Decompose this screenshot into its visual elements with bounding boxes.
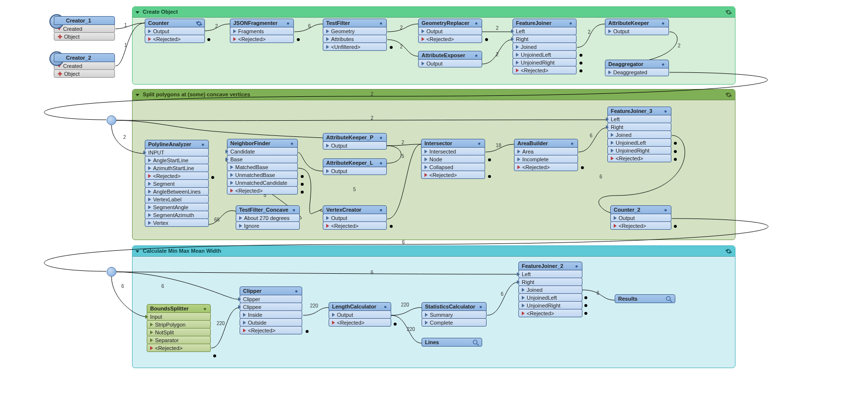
- input-port-clipper[interactable]: Clipper: [240, 295, 302, 303]
- transformer-attributekeeper-l[interactable]: AttributeKeeper_L Output: [323, 158, 387, 175]
- transformer-attributekeeper[interactable]: AttributeKeeper Output: [605, 19, 669, 35]
- gear-icon[interactable]: [378, 20, 384, 27]
- gear-icon[interactable]: [567, 20, 574, 27]
- transformer-counter-2[interactable]: Counter_2 Output <Rejected>: [610, 205, 671, 230]
- output-port[interactable]: UnjoinedRight: [607, 146, 671, 154]
- gear-icon[interactable]: [378, 134, 384, 141]
- output-port[interactable]: Intersected: [421, 147, 485, 155]
- output-port[interactable]: Fragments: [230, 27, 294, 35]
- gear-icon[interactable]: [378, 160, 384, 167]
- output-port[interactable]: Output: [610, 214, 671, 222]
- output-port[interactable]: VertexLabel: [145, 195, 209, 203]
- gear-icon[interactable]: [725, 248, 732, 255]
- transformer-deaggregator[interactable]: Deaggregator Deaggregated: [605, 60, 669, 76]
- gear-icon[interactable]: [473, 20, 480, 27]
- transformer-polylineanalyzer[interactable]: PolylineAnalyzer INPUT AngleStartLine Az…: [145, 140, 209, 227]
- node-title[interactable]: VertexCreator: [323, 205, 387, 214]
- output-port[interactable]: Output: [418, 59, 482, 67]
- gear-icon[interactable]: [290, 207, 297, 214]
- input-port-candidate[interactable]: Candidate: [227, 147, 298, 155]
- output-port[interactable]: MatchedBase: [227, 163, 298, 171]
- gear-icon[interactable]: [476, 140, 483, 147]
- output-port[interactable]: UnmatchedBase: [227, 171, 298, 179]
- transformer-attributekeeper-p[interactable]: AttributeKeeper_P Output: [323, 133, 387, 150]
- node-title[interactable]: Counter_2: [610, 205, 671, 214]
- inspector-lines[interactable]: Lines: [422, 338, 482, 347]
- gear-icon[interactable]: [662, 207, 669, 214]
- output-port[interactable]: AzimuthStartLine: [145, 164, 209, 172]
- junction[interactable]: [107, 267, 116, 277]
- gear-icon[interactable]: [196, 20, 202, 27]
- transformer-intersector[interactable]: Intersector Intersected Node Collapsed <…: [421, 139, 485, 179]
- node-title[interactable]: Deaggregator: [605, 60, 669, 68]
- gear-icon[interactable]: [662, 108, 669, 115]
- transformer-vertexcreator[interactable]: VertexCreator Output <Rejected>: [323, 205, 387, 230]
- output-port[interactable]: UnjoinedRight: [512, 58, 577, 66]
- output-port[interactable]: About 270 degrees: [236, 214, 300, 222]
- gear-icon[interactable]: [660, 61, 667, 68]
- output-port[interactable]: Output: [418, 27, 482, 35]
- node-title[interactable]: LengthCalculator: [329, 302, 391, 311]
- output-port[interactable]: AngleStartLine: [145, 156, 209, 164]
- output-port-inside[interactable]: Inside: [240, 310, 302, 319]
- input-port-left[interactable]: Left: [518, 270, 582, 278]
- node-title[interactable]: AttributeKeeper: [605, 19, 669, 27]
- output-port-rejected[interactable]: <Rejected>: [145, 35, 205, 43]
- input-port-right[interactable]: Right: [512, 35, 577, 43]
- gear-icon[interactable]: [285, 20, 291, 27]
- output-port[interactable]: UnjoinedLeft: [512, 50, 577, 59]
- output-port-rejected[interactable]: <Rejected>: [610, 221, 671, 230]
- gear-icon[interactable]: [660, 20, 667, 27]
- transformer-lengthcalculator[interactable]: LengthCalculator Output <Rejected>: [329, 302, 391, 327]
- output-port-rejected[interactable]: <Rejected>: [421, 171, 485, 179]
- input-port[interactable]: INPUT: [145, 148, 209, 156]
- output-port-object[interactable]: ✚Object: [54, 69, 115, 78]
- gear-icon[interactable]: [477, 304, 484, 310]
- output-port-rejected[interactable]: <Rejected>: [145, 172, 209, 180]
- output-port[interactable]: Area: [514, 147, 578, 155]
- output-port-created[interactable]: Created: [54, 24, 115, 33]
- output-port[interactable]: Output: [145, 27, 205, 35]
- output-port[interactable]: Collapsed: [421, 163, 485, 171]
- node-title[interactable]: TestFilter: [323, 19, 387, 27]
- output-port[interactable]: Node: [421, 155, 485, 163]
- transformer-attributeexposer[interactable]: AttributeExposer Output: [418, 51, 482, 67]
- output-port[interactable]: StripPolygon: [147, 320, 211, 329]
- output-port[interactable]: Output: [605, 27, 669, 35]
- output-port[interactable]: AngleBetweenLines: [145, 187, 209, 196]
- node-title[interactable]: Intersector: [421, 139, 485, 148]
- input-port-clippee[interactable]: Clippee: [240, 303, 302, 311]
- output-port-rejected[interactable]: <Rejected>: [607, 154, 671, 162]
- output-port-joined[interactable]: Joined: [607, 131, 671, 139]
- node-title[interactable]: AttributeExposer: [418, 51, 482, 60]
- output-port-joined[interactable]: Joined: [518, 285, 582, 294]
- input-port-left[interactable]: Left: [607, 115, 671, 123]
- gear-icon[interactable]: [382, 304, 389, 310]
- output-port[interactable]: Output: [323, 214, 387, 222]
- gear-icon[interactable]: [200, 141, 206, 148]
- node-title[interactable]: Creator_2: [54, 53, 115, 62]
- node-title[interactable]: Creator_1: [54, 16, 115, 25]
- gear-icon[interactable]: [289, 140, 295, 147]
- bookmark-header[interactable]: Calculate Min Max Mean Width: [133, 246, 735, 257]
- output-port[interactable]: Output: [329, 310, 391, 319]
- output-port[interactable]: Output: [323, 167, 387, 175]
- creator-1[interactable]: Creator_1 Created ✚Object: [54, 16, 115, 41]
- output-port[interactable]: UnjoinedLeft: [607, 138, 671, 147]
- gear-icon[interactable]: [725, 91, 732, 98]
- output-port-rejected[interactable]: <Rejected>: [512, 66, 577, 74]
- output-port-rejected[interactable]: <Rejected>: [518, 309, 582, 317]
- input-port-left[interactable]: Left: [512, 27, 577, 35]
- transformer-counter[interactable]: Counter Output <Rejected>: [145, 19, 205, 43]
- output-port-unfiltered[interactable]: <Unfiltered>: [323, 43, 387, 51]
- input-port-base[interactable]: Base: [227, 155, 298, 163]
- node-title[interactable]: Counter: [145, 19, 205, 27]
- node-title[interactable]: TestFilter_Concave: [236, 205, 300, 214]
- transformer-jsonfragmenter[interactable]: JSONFragmenter Fragments <Rejected>: [230, 19, 294, 43]
- input-port-right[interactable]: Right: [518, 278, 582, 286]
- transformer-featurejoiner-2[interactable]: FeatureJoiner_2 Left Right Joined Unjoin…: [518, 262, 582, 317]
- collapse-icon[interactable]: [135, 94, 139, 96]
- transformer-areabuilder[interactable]: AreaBuilder Area Incomplete <Rejected>: [514, 139, 578, 171]
- output-port[interactable]: SegmentAzimuth: [145, 211, 209, 219]
- transformer-geometryreplacer[interactable]: GeometryReplacer Output <Rejected>: [418, 19, 482, 43]
